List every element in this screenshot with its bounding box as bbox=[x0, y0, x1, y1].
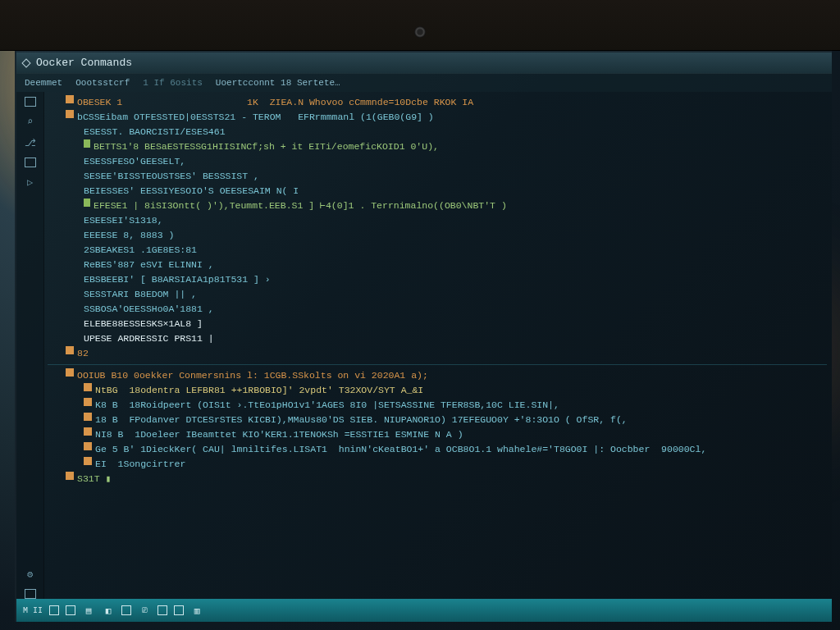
title-bar[interactable]: Oocker Conmands bbox=[16, 52, 832, 74]
code-text: UPESE ARDRESSIC PRS11 | bbox=[84, 331, 214, 346]
code-text: ESESST. BAORCISTI/ESES461 bbox=[84, 125, 226, 139]
code-line: UPESE ARDRESSIC PRS11 | bbox=[48, 331, 827, 346]
app-icon bbox=[21, 58, 30, 67]
taskbar-app-7[interactable] bbox=[158, 605, 167, 615]
code-line: SESEE'BISSTEOUSTSES' BESSSIST , bbox=[48, 169, 827, 184]
gutter-marker-icon bbox=[84, 398, 92, 406]
code-text: EBSBEEBI' [ B8ARSIAIA1p81T531 ] › bbox=[84, 272, 271, 287]
code-line: NI8 B 1Doeleer IBeamttet KIO'KER1.1TENOK… bbox=[48, 427, 827, 442]
gutter-marker-icon bbox=[84, 139, 90, 148]
taskbar-app-1[interactable] bbox=[49, 605, 59, 615]
code-text: EI 1Songcirtrer bbox=[95, 457, 191, 472]
code-line: bCSSEibam OTFESSTED|0ESSTS21 - TEROM EFR… bbox=[48, 110, 827, 125]
taskbar-app-4[interactable]: ◧ bbox=[102, 604, 115, 617]
code-line: BETTS1'8 BESaESTESSG1HIISINCf;sh + it EI… bbox=[48, 139, 827, 154]
code-text: ReBES'887 eSVI ELINNI , bbox=[84, 258, 214, 272]
editor-pane[interactable]: OBESEK 1 1K ZIEA.N Whovoo cCmmnde=10Dcbe… bbox=[44, 92, 832, 599]
code-line: ESESST. BAORCISTI/ESES461 bbox=[48, 125, 827, 139]
breadcrumb-seg-3[interactable]: 1 If 6osits bbox=[143, 78, 203, 88]
taskbar-app-3[interactable]: ▤ bbox=[82, 604, 95, 617]
branch-icon[interactable]: ⎇ bbox=[22, 136, 39, 149]
code-line: OBESEK 1 1K ZIEA.N Whovoo cCmmnde=10Dcbe… bbox=[48, 95, 827, 110]
code-line: EI 1Songcirtrer bbox=[48, 457, 827, 472]
code-line: BEIESSES' EESSIYESOIO'S OEESESAIM N( I bbox=[48, 184, 827, 199]
taskbar[interactable]: M II ▤ ◧ ⎚ ▥ bbox=[16, 599, 832, 622]
extensions-icon[interactable] bbox=[25, 158, 36, 167]
code-line: SSBOSA'OEESSHo0A'1881 , bbox=[48, 302, 827, 317]
gutter-marker-icon bbox=[84, 442, 92, 450]
code-line: EEEESE 8, 8883 ) bbox=[48, 228, 827, 243]
code-text: 18 B FPodanver DTCESrSTES KICBI),MMaUs80… bbox=[95, 413, 628, 427]
app-window: Oocker Conmands Deemmet Oootsstcrf 1 If … bbox=[15, 51, 832, 622]
code-line: ESEESEI'S1318, bbox=[48, 213, 827, 228]
code-line: Ge 5 B' 1DieckKer( CAU| lmniltifes.LISAT… bbox=[48, 442, 827, 457]
code-text: ESEESEI'S1318, bbox=[84, 213, 163, 228]
code-line: 18 B FPodanver DTCESrSTES KICBI),MMaUs80… bbox=[48, 413, 827, 427]
code-line: EFESE1 | 8iSI3Ontt( )'),Teummt.EEB.S1 ] … bbox=[48, 199, 827, 213]
gutter-marker-icon bbox=[66, 472, 74, 480]
code-text: K8 B 18Roidpeert (OIS1t ›.TtEo1pHO1v1'1A… bbox=[95, 398, 559, 413]
code-line: S31T ▮ bbox=[48, 472, 827, 486]
gutter-marker-icon bbox=[84, 413, 92, 421]
gutter-marker-icon bbox=[66, 110, 74, 118]
code-line: SESSTARI B8EDOM || , bbox=[48, 287, 827, 302]
code-line: EBSBEEBI' [ B8ARSIAIA1p81T531 ] › bbox=[48, 272, 827, 287]
code-line: ReBES'887 eSVI ELINNI , bbox=[48, 258, 827, 272]
code-line: K8 B 18Roidpeert (OIS1t ›.TtEo1pHO1v1'1A… bbox=[48, 398, 827, 413]
files-icon[interactable] bbox=[25, 97, 36, 107]
pane-divider[interactable] bbox=[48, 364, 827, 365]
breadcrumb-seg-2[interactable]: Oootsstcrf bbox=[75, 78, 130, 88]
code-text: BETTS1'8 BESaESTESSG1HIISINCf;sh + it EI… bbox=[94, 139, 439, 154]
gutter-marker-icon bbox=[66, 346, 74, 354]
code-text: OBESEK 1 1K ZIEA.N Whovoo cCmmnde=10Dcbe… bbox=[77, 95, 473, 110]
code-text: S31T ▮ bbox=[77, 472, 111, 486]
code-line: OOIUB B10 0oekker Conmersnins l: 1CGB.SS… bbox=[48, 368, 827, 383]
laptop-bezel bbox=[0, 0, 840, 51]
gutter-marker-icon bbox=[84, 457, 92, 465]
code-line: ESESSFESO'GEESELT, bbox=[48, 154, 827, 169]
search-icon[interactable]: ⌕ bbox=[22, 115, 39, 128]
code-text: OOIUB B10 0oekker Conmersnins l: 1CGB.SS… bbox=[77, 368, 428, 383]
breadcrumb-bar: Deemmet Oootsstcrf 1 If 6osits Uoertccon… bbox=[16, 74, 832, 92]
account-icon[interactable] bbox=[25, 589, 36, 599]
code-line: NtBG 18odentra LEFBR81 ++1RBOBIO]' 2vpdt… bbox=[48, 383, 827, 398]
taskbar-app-2[interactable] bbox=[66, 605, 75, 615]
gutter-marker-icon bbox=[84, 199, 90, 207]
gutter-marker-icon bbox=[84, 383, 92, 391]
code-text: SESSTARI B8EDOM || , bbox=[84, 287, 197, 302]
debug-icon[interactable]: ▷ bbox=[22, 176, 39, 189]
code-text: ESESSFESO'GEESELT, bbox=[84, 154, 185, 169]
gutter-marker-icon bbox=[66, 95, 74, 103]
code-text: ELEBE88ESSESKS×1AL8 ] bbox=[84, 317, 203, 331]
code-text: bCSSEibam OTFESSTED|0ESSTS21 - TEROM EFR… bbox=[77, 110, 434, 125]
taskbar-app-9[interactable]: ▥ bbox=[190, 604, 203, 617]
gutter-marker-icon bbox=[66, 368, 74, 377]
breadcrumb-seg-4[interactable]: Uoertcconnt 18 Sertete… bbox=[216, 78, 340, 88]
window-title: Oocker Conmands bbox=[36, 57, 132, 69]
webcam-dot bbox=[414, 26, 426, 38]
taskbar-label: M II bbox=[23, 606, 43, 615]
settings-icon[interactable]: ⚙ bbox=[22, 568, 39, 581]
code-block-top: OBESEK 1 1K ZIEA.N Whovoo cCmmnde=10Dcbe… bbox=[48, 95, 827, 361]
code-block-bottom: OOIUB B10 0oekker Conmersnins l: 1CGB.SS… bbox=[48, 368, 827, 486]
code-text: NI8 B 1Doeleer IBeamttet KIO'KER1.1TENOK… bbox=[95, 427, 463, 442]
code-text: Ge 5 B' 1DieckKer( CAU| lmniltifes.LISAT… bbox=[95, 442, 706, 457]
activity-bar: ⌕ ⎇ ▷ ⚙ bbox=[16, 92, 44, 599]
taskbar-app-5[interactable] bbox=[121, 605, 131, 615]
code-text: NtBG 18odentra LEFBR81 ++1RBOBIO]' 2vpdt… bbox=[95, 383, 423, 398]
gutter-marker-icon bbox=[84, 427, 92, 436]
taskbar-app-6[interactable]: ⎚ bbox=[138, 604, 151, 617]
code-text: SSBOSA'OEESSHo0A'1881 , bbox=[84, 302, 214, 317]
code-line: 2SBEAKES1 .1GE8ES:81 bbox=[48, 243, 827, 258]
code-text: SESEE'BISSTEOUSTSES' BESSSIST , bbox=[84, 169, 259, 184]
code-text: EFESE1 | 8iSI3Ontt( )'),Teummt.EEB.S1 ] … bbox=[94, 199, 507, 213]
code-text: BEIESSES' EESSIYESOIO'S OEESESAIM N( I bbox=[84, 184, 299, 199]
code-text: EEEESE 8, 8883 ) bbox=[84, 228, 174, 243]
breadcrumb-seg-1[interactable]: Deemmet bbox=[25, 78, 62, 88]
code-text: 82 bbox=[77, 346, 89, 361]
main-row: ⌕ ⎇ ▷ ⚙ OBESEK 1 1K ZIEA.N Whovoo cCmmnd… bbox=[16, 92, 832, 599]
taskbar-app-8[interactable] bbox=[174, 605, 184, 615]
code-text: 2SBEAKES1 .1GE8ES:81 bbox=[84, 243, 197, 258]
code-line: 82 bbox=[48, 346, 827, 361]
code-line: ELEBE88ESSESKS×1AL8 ] bbox=[48, 317, 827, 331]
